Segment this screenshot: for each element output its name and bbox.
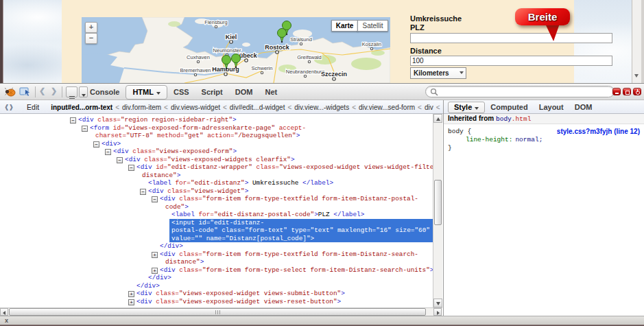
tree-node[interactable]: code"> bbox=[0, 203, 433, 211]
tree-node-selected[interactable]: <input id="edit-distanz- bbox=[0, 219, 433, 227]
map-city-label: Neubrandenburg bbox=[286, 69, 324, 75]
tab-css[interactable]: CSS bbox=[167, 86, 195, 99]
expand-icon[interactable]: + bbox=[152, 252, 158, 258]
scroll-up-icon[interactable] bbox=[433, 114, 442, 123]
collapse-icon[interactable]: − bbox=[117, 157, 123, 163]
breadcrumb-item[interactable]: div.view...-widgets bbox=[294, 104, 349, 111]
tree-node[interactable]: +<div class="form-item form-type-select … bbox=[0, 266, 433, 275]
tab-console[interactable]: Console bbox=[84, 86, 126, 99]
tree-node[interactable]: −<div class="views-widget"> bbox=[0, 187, 433, 196]
scroll-down-icon[interactable] bbox=[433, 299, 442, 307]
tree-horizontal-scrollbar[interactable] bbox=[0, 307, 442, 316]
css-source-link[interactable]: style.css?m3fyjh (line 12) bbox=[557, 128, 640, 136]
horizontal-scroll-thumb[interactable] bbox=[9, 308, 426, 316]
collapse-icon[interactable]: − bbox=[82, 126, 88, 132]
map-zoom-out-button[interactable]: − bbox=[85, 33, 97, 44]
tree-node[interactable]: +<div class="views-exposed-widget views-… bbox=[0, 290, 433, 298]
scroll-down-icon[interactable] bbox=[634, 74, 639, 78]
inherited-from-header: Inherited from body.html bbox=[444, 114, 644, 124]
minimize-button[interactable] bbox=[612, 88, 621, 95]
close-button[interactable] bbox=[633, 88, 641, 95]
tree-node[interactable]: −<div class="views-exposed-widgets clear… bbox=[0, 156, 433, 164]
chevron-down-icon bbox=[460, 71, 464, 74]
tab-net[interactable]: Net bbox=[259, 86, 283, 99]
expand-icon[interactable]: + bbox=[152, 268, 158, 274]
units-select[interactable]: Kilometers bbox=[410, 67, 466, 79]
tab-script[interactable]: Script bbox=[195, 86, 229, 99]
plz-input[interactable] bbox=[410, 33, 612, 43]
firebug-icon[interactable] bbox=[4, 87, 16, 100]
collapse-icon[interactable]: − bbox=[70, 117, 76, 124]
tree-node-selected[interactable]: value="" name="Distanz[postal_code]"> bbox=[0, 235, 433, 243]
css-property-name[interactable]: line-height: bbox=[466, 136, 512, 144]
edit-button[interactable]: Edit bbox=[24, 103, 42, 111]
tree-node[interactable]: charset="UTF-8" method="get" action="/be… bbox=[0, 132, 433, 140]
side-panels-icon[interactable]: ❰❱ bbox=[4, 104, 13, 110]
map-type-karte-button[interactable]: Karte bbox=[331, 20, 358, 32]
side-tab-style[interactable]: Style bbox=[448, 102, 485, 113]
tree-node[interactable]: −<div class="region region-sidebar-right… bbox=[0, 116, 433, 124]
browser-right-frame bbox=[641, 0, 644, 83]
google-map[interactable]: FlensburgKielNeumünsterCuxhavenBremerhav… bbox=[82, 17, 390, 83]
tree-node[interactable]: </div> bbox=[0, 242, 433, 251]
style-panel: Inherited from body.html body { style.cs… bbox=[443, 114, 644, 316]
restore-button[interactable] bbox=[623, 88, 631, 95]
tree-node[interactable]: <label for="edit-distanz"> Umkreissuche … bbox=[0, 179, 433, 187]
chevron-down-icon bbox=[475, 107, 479, 110]
tree-node[interactable]: −<div id="edit-distanz-wrapper" class="v… bbox=[0, 163, 433, 172]
tree-node[interactable]: </div> bbox=[0, 274, 433, 282]
search-input[interactable] bbox=[441, 87, 612, 97]
collapse-icon[interactable]: − bbox=[152, 196, 158, 202]
inspect-element-icon[interactable] bbox=[19, 86, 32, 100]
css-property-value[interactable]: normal; bbox=[515, 136, 542, 144]
tab-dom[interactable]: DOM bbox=[229, 86, 259, 99]
collapse-icon[interactable]: − bbox=[105, 149, 111, 155]
forward-icon[interactable]: ❯ bbox=[51, 86, 57, 95]
tree-node-selected[interactable]: postal-code" class="form-text" type="tex… bbox=[0, 226, 433, 235]
collapse-icon[interactable]: − bbox=[140, 189, 146, 195]
breadcrumb-item[interactable]: input#ed...orm-text bbox=[51, 104, 112, 111]
tree-node[interactable]: distance"> bbox=[0, 172, 433, 180]
vertical-scroll-thumb[interactable] bbox=[434, 180, 442, 225]
breadcrumb-item[interactable]: div.form-item bbox=[122, 104, 161, 111]
breadcrumb-item[interactable]: div.views-widget bbox=[171, 104, 220, 111]
scroll-right-icon[interactable] bbox=[433, 308, 442, 316]
breadcrumb-item[interactable]: div.view...sed-form bbox=[359, 104, 415, 111]
inherited-tag[interactable]: body bbox=[496, 115, 512, 123]
distance-label: Distance bbox=[410, 47, 442, 55]
expand-icon[interactable]: + bbox=[128, 291, 134, 297]
tab-html[interactable]: HTML bbox=[126, 85, 167, 100]
tree-node[interactable]: +<div class="form-item form-type-textfie… bbox=[0, 251, 433, 259]
expand-icon[interactable]: + bbox=[128, 299, 134, 305]
tree-node[interactable]: −<form id="views-exposed-form-adressenka… bbox=[0, 124, 433, 132]
map-zoom-in-button[interactable]: + bbox=[85, 22, 97, 33]
breadcrumb-separator: < bbox=[287, 104, 291, 111]
tree-node[interactable]: +<div class="views-exposed-widget views-… bbox=[0, 298, 433, 306]
map-city-label: Greifswald bbox=[297, 54, 321, 60]
tree-node[interactable]: </div> bbox=[0, 282, 433, 290]
statusbar-close-button[interactable]: x bbox=[5, 316, 8, 325]
distance-input[interactable] bbox=[410, 56, 612, 66]
side-tab-layout[interactable]: Layout bbox=[534, 102, 569, 113]
tree-node[interactable]: distance"> bbox=[0, 258, 433, 266]
breadcrumb-item[interactable]: div bbox=[425, 104, 433, 111]
back-icon[interactable]: ❮ bbox=[39, 86, 45, 95]
collapse-icon[interactable]: − bbox=[128, 165, 134, 171]
search-box[interactable] bbox=[425, 86, 615, 97]
tree-node[interactable]: −<div class="views-exposed-form"> bbox=[0, 148, 433, 156]
page-scrollbar[interactable] bbox=[632, 0, 641, 83]
css-selector[interactable]: body { bbox=[448, 128, 471, 136]
panel-list-icon[interactable] bbox=[66, 86, 77, 97]
scroll-left-icon[interactable] bbox=[0, 308, 8, 316]
collapse-icon[interactable]: − bbox=[93, 141, 99, 148]
tree-node[interactable]: −<div class="form-item form-type-textfie… bbox=[0, 195, 433, 203]
side-tab-computed[interactable]: Computed bbox=[485, 102, 533, 113]
breadcrumb-item[interactable]: div#edit...d-widget bbox=[230, 104, 285, 111]
firebug-toolbar: ❮ ❯ ConsoleHTMLCSSScriptDOMNet bbox=[0, 83, 644, 100]
tree-vertical-scrollbar[interactable] bbox=[433, 114, 442, 307]
tree-node[interactable]: <label for="edit-distanz-postal-code">PL… bbox=[0, 211, 433, 219]
tree-node[interactable]: −<div> bbox=[0, 140, 433, 148]
side-tab-dom[interactable]: DOM bbox=[569, 102, 598, 113]
map-type-satellit-button[interactable]: Satellit bbox=[357, 20, 388, 32]
inherited-class[interactable]: .html bbox=[512, 115, 532, 123]
